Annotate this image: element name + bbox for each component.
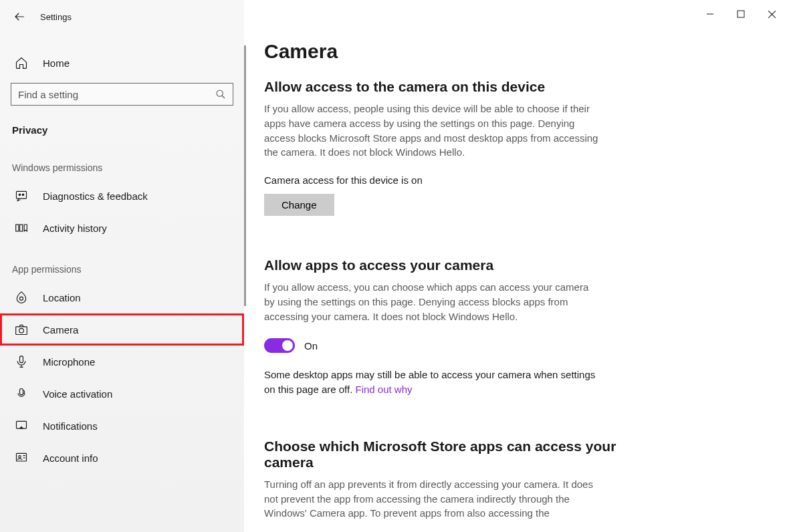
section1-heading: Allow access to the camera on this devic…: [264, 79, 625, 95]
sidebar-item-activity-history[interactable]: Activity history: [0, 212, 244, 244]
svg-point-6: [20, 297, 23, 300]
feedback-icon: [15, 189, 28, 203]
search-box[interactable]: [11, 83, 233, 106]
group-windows-permissions: Windows permissions: [0, 142, 244, 180]
search-icon: [215, 89, 226, 100]
svg-rect-5: [20, 225, 23, 231]
section3-heading: Choose which Microsoft Store apps can ac…: [264, 438, 625, 471]
svg-rect-14: [738, 11, 744, 17]
sidebar: Settings Home Privacy Windows permission…: [0, 0, 244, 532]
svg-rect-4: [16, 225, 19, 231]
svg-rect-10: [20, 389, 23, 395]
account-icon: [15, 451, 28, 464]
privacy-heading: Privacy: [0, 106, 244, 142]
sidebar-item-label: Diagnostics & feedback: [43, 190, 148, 202]
camera-icon: [15, 323, 28, 336]
section1-body: If you allow access, people using this d…: [264, 102, 598, 160]
svg-point-13: [19, 456, 21, 458]
sidebar-item-microphone[interactable]: Microphone: [0, 346, 244, 378]
back-button[interactable]: [13, 11, 25, 23]
home-nav[interactable]: Home: [0, 47, 244, 79]
home-icon: [15, 56, 28, 70]
scroll-indicator[interactable]: [244, 45, 246, 306]
svg-point-0: [217, 90, 223, 96]
microphone-icon: [15, 355, 28, 368]
group-app-permissions: App permissions: [0, 244, 244, 281]
sidebar-item-label: Location: [43, 292, 81, 303]
close-icon: [768, 10, 776, 19]
search-input[interactable]: [18, 89, 215, 100]
section2-heading: Allow apps to access your camera: [264, 257, 625, 273]
home-label: Home: [43, 57, 70, 69]
arrow-left-icon: [13, 11, 25, 23]
minimize-button[interactable]: [704, 8, 716, 20]
history-icon: [15, 221, 28, 235]
location-icon: [15, 291, 28, 304]
svg-rect-1: [17, 191, 27, 198]
sidebar-item-camera[interactable]: Camera: [0, 313, 244, 346]
desktop-apps-note: Some desktop apps may still be able to a…: [264, 368, 598, 397]
page-title: Camera: [264, 40, 771, 63]
sidebar-item-label: Activity history: [43, 223, 107, 234]
apps-access-toggle[interactable]: [264, 338, 295, 353]
minimize-icon: [706, 10, 714, 18]
sidebar-item-location[interactable]: Location: [0, 281, 244, 313]
svg-rect-7: [16, 327, 27, 335]
sidebar-item-label: Microphone: [43, 356, 95, 368]
sidebar-item-label: Notifications: [43, 420, 98, 432]
section2-body: If you allow access, you can choose whic…: [264, 280, 598, 323]
section3-body: Turning off an app prevents it from dire…: [264, 477, 598, 521]
change-button[interactable]: Change: [264, 194, 334, 216]
sidebar-item-label: Camera: [43, 324, 78, 336]
voice-icon: [15, 387, 28, 400]
maximize-button[interactable]: [735, 8, 747, 20]
svg-point-2: [19, 194, 21, 196]
close-button[interactable]: [766, 8, 778, 20]
toggle-knob: [282, 340, 293, 351]
window-title: Settings: [40, 12, 72, 22]
svg-point-3: [22, 194, 24, 196]
sidebar-item-voice-activation[interactable]: Voice activation: [0, 378, 244, 410]
sidebar-item-diagnostics[interactable]: Diagnostics & feedback: [0, 180, 244, 212]
svg-rect-9: [20, 356, 23, 363]
sidebar-item-notifications[interactable]: Notifications: [0, 410, 244, 442]
sidebar-item-account-info[interactable]: Account info: [0, 442, 244, 474]
toggle-label: On: [304, 340, 318, 352]
device-access-status: Camera access for this device is on: [264, 174, 771, 186]
sidebar-item-label: Voice activation: [43, 388, 112, 400]
window-controls: [696, 3, 786, 25]
notifications-icon: [15, 419, 28, 432]
maximize-icon: [737, 10, 745, 18]
find-out-why-link[interactable]: Find out why: [356, 384, 413, 395]
svg-point-8: [19, 328, 24, 333]
titlebar: Settings: [0, 7, 244, 27]
content-area: Camera Allow access to the camera on thi…: [244, 0, 791, 532]
sidebar-item-label: Account info: [43, 452, 98, 464]
